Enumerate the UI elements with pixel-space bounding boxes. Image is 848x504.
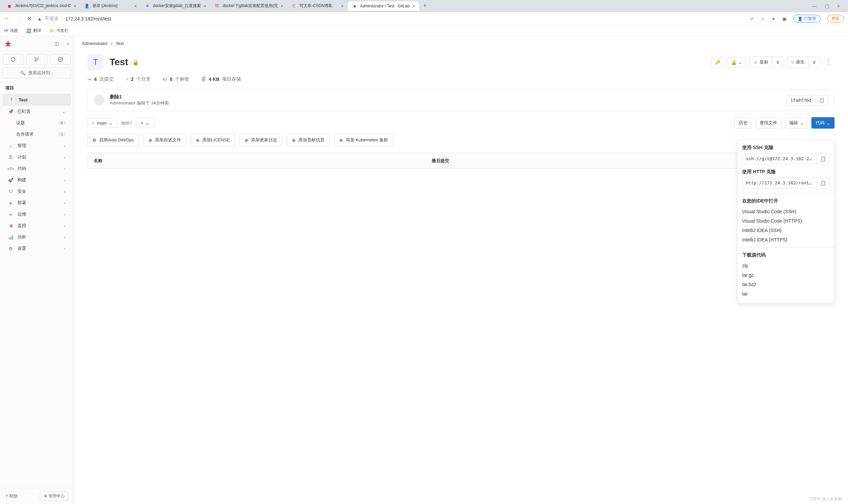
bookmark-item[interactable]: 🔤翻译 xyxy=(26,28,41,34)
download-zip[interactable]: zip xyxy=(742,261,830,270)
close-icon[interactable]: × xyxy=(134,3,137,9)
gitlab-logo-icon[interactable] xyxy=(4,40,12,48)
browser-tab[interactable]: ◼Jenkins与CI/CD_jenkins cicd-C× xyxy=(3,1,80,11)
sidebar-operate[interactable]: ∞运维› xyxy=(3,209,71,220)
ide-intellij-ssh[interactable]: IntelliJ IDEA (SSH) xyxy=(742,226,830,235)
close-icon[interactable]: × xyxy=(341,3,344,9)
pill-contributing[interactable]: ⊕添加贡献信息 xyxy=(287,134,330,146)
repo-path[interactable]: test / xyxy=(121,120,131,126)
sidebar-merge-requests[interactable]: 合并请求1 xyxy=(3,129,71,140)
ide-vscode-ssh[interactable]: Visual Studio Code (SSH) xyxy=(742,207,830,216)
commit-title[interactable]: 删除1 xyxy=(110,94,780,100)
storage-stat[interactable]: 🗄4 KB项目存储 xyxy=(201,76,241,82)
pill-readme[interactable]: ⊕添加自述文件 xyxy=(143,134,186,146)
star-icon[interactable]: ☆ xyxy=(760,16,765,21)
stop-icon[interactable]: ✕ xyxy=(27,15,32,22)
ssh-key-button[interactable]: 🔑 xyxy=(711,57,724,68)
todo-shortcut[interactable] xyxy=(50,54,71,65)
add-file-button[interactable]: + ⌄ xyxy=(136,118,155,128)
breadcrumb-project[interactable]: Test xyxy=(116,41,124,46)
help-link[interactable]: ? 帮助 xyxy=(5,493,18,499)
maximize-icon[interactable]: ▢ xyxy=(825,3,829,9)
chevron-right-icon: › xyxy=(64,166,66,171)
forward-icon[interactable]: → xyxy=(15,15,21,22)
sidebar-toggle-icon[interactable]: ◫ xyxy=(54,41,59,46)
commit-author-avatar[interactable] xyxy=(94,95,105,105)
browser-tab[interactable]: 👤登录 [Jenkins]× xyxy=(80,1,141,11)
star-count[interactable]: 0 xyxy=(773,56,783,68)
admin-center-button[interactable]: ⚙ 管理中心 xyxy=(40,491,68,501)
download-tar[interactable]: tar xyxy=(742,289,830,299)
sidebar-security[interactable]: 🛡安全› xyxy=(3,186,71,197)
close-icon[interactable]: × xyxy=(412,3,415,9)
download-targz[interactable]: tar.gz xyxy=(742,270,830,280)
sidebar-pinned[interactable]: 📌 已钉选 ⌄ xyxy=(3,106,71,117)
close-icon[interactable]: × xyxy=(837,3,840,9)
profile-paused[interactable]: 👤已暂停 xyxy=(793,15,820,22)
sidebar-deploy[interactable]: ⎈部署› xyxy=(3,197,71,209)
address-input[interactable]: ▲ 不安全 | 172.24.3.182/root/test xyxy=(37,16,744,22)
ide-intellij-https[interactable]: IntelliJ IDEA (HTTPS) xyxy=(742,235,830,245)
update-button[interactable]: 更新 xyxy=(827,15,844,22)
pill-kubernetes[interactable]: ⊕添加 Kubernetes 集群 xyxy=(334,134,393,146)
copy-ssh-button[interactable]: 📋 xyxy=(817,154,830,164)
minimize-icon[interactable]: — xyxy=(812,3,817,9)
close-icon[interactable]: × xyxy=(74,3,76,9)
tag-icon: 🏷 xyxy=(163,76,167,82)
notifications-button[interactable]: 🔔 ⌄ xyxy=(727,57,746,68)
sidebar-plan[interactable]: 🗓计划› xyxy=(3,151,71,163)
sidebar-settings[interactable]: ⚙设置› xyxy=(3,243,71,254)
close-icon[interactable]: × xyxy=(204,3,206,9)
pill-auto-devops[interactable]: ⚙启用Auto DevOps xyxy=(87,134,139,146)
issues-shortcut[interactable] xyxy=(3,54,23,65)
star-button[interactable]: ☆星标 xyxy=(749,56,773,68)
copy-sha-button[interactable]: 📋 xyxy=(816,95,828,105)
commits-stat[interactable]: ⊸4次提交 xyxy=(87,76,113,82)
browser-tab[interactable]: C写文章-CSDN博客× xyxy=(287,1,348,11)
panel-icon[interactable]: ▣ xyxy=(782,16,787,21)
sidebar-code[interactable]: </>代码› xyxy=(3,163,71,174)
download-label: 下载源代码 xyxy=(742,252,830,258)
history-button[interactable]: 历史 xyxy=(735,117,752,129)
extensions-icon[interactable]: ✦ xyxy=(772,16,775,21)
sidebar-project[interactable]: T Test xyxy=(3,94,71,106)
tags-stat[interactable]: 🏷0个标签 xyxy=(163,76,190,82)
sidebar-build[interactable]: 🚀构建› xyxy=(3,174,71,186)
bookmark-item[interactable]: 🗺地图 xyxy=(4,28,18,34)
copy-icon: 📋 xyxy=(820,156,826,162)
http-url-input[interactable]: http://172.24.3.182/root/test.g xyxy=(742,178,817,188)
new-tab-button[interactable]: + xyxy=(419,2,431,10)
browser-tab[interactable]: ◆Administrator / Test · GitLab× xyxy=(348,1,419,11)
merge-requests-shortcut[interactable] xyxy=(26,54,47,65)
sidebar-issues[interactable]: 议题0 xyxy=(3,117,71,129)
branch-selector[interactable]: ⑂ main ⌄ xyxy=(87,118,117,128)
plus-icon[interactable]: + xyxy=(67,41,70,46)
chevron-down-icon: ⌄ xyxy=(827,121,830,126)
commit-sha[interactable]: 1fa0f76d xyxy=(786,95,816,105)
branches-stat[interactable]: ⑂2个分支 xyxy=(126,76,151,82)
ide-vscode-https[interactable]: Visual Studio Code (HTTPS) xyxy=(742,216,830,226)
fork-count[interactable]: 0 xyxy=(809,56,820,68)
sidebar-analytics[interactable]: 📊分析› xyxy=(3,231,71,243)
kebab-menu[interactable]: ⋮ xyxy=(823,58,834,66)
share-icon[interactable]: ↗ xyxy=(749,16,754,21)
ssh-url-input[interactable]: ssh://git@172.24.3.182:222/root xyxy=(742,154,817,164)
edit-button[interactable]: 编辑 ⌄ xyxy=(785,117,808,129)
browser-tab[interactable]: ✲docker安装gitlab_百度搜索× xyxy=(141,1,211,11)
close-icon[interactable]: × xyxy=(281,3,283,9)
browser-tab[interactable]: 简docker下gitlab安装配置使用(完× xyxy=(210,1,287,11)
bookmark-item[interactable]: 📁书签栏 xyxy=(49,28,69,34)
copy-icon: 📋 xyxy=(819,98,825,103)
pill-license[interactable]: ⊕添加LICENSE xyxy=(191,134,235,146)
search-input[interactable]: 🔍 搜索或转到... xyxy=(3,68,71,78)
fork-button[interactable]: ⑂派生 xyxy=(787,56,809,68)
pill-changelog[interactable]: ⊕添加更新日志 xyxy=(240,134,282,146)
sidebar-monitor[interactable]: 🖥监控› xyxy=(3,220,71,231)
find-file-button[interactable]: 查找文件 xyxy=(755,117,781,129)
copy-http-button[interactable]: 📋 xyxy=(817,178,830,188)
code-button[interactable]: 代码 ⌄ xyxy=(811,117,834,129)
sidebar-manage[interactable]: ⌂管理› xyxy=(3,140,71,151)
breadcrumb-owner[interactable]: Administrator xyxy=(82,41,108,46)
back-icon[interactable]: ← xyxy=(4,15,10,22)
download-tarbz2[interactable]: tar.bz2 xyxy=(742,280,830,289)
